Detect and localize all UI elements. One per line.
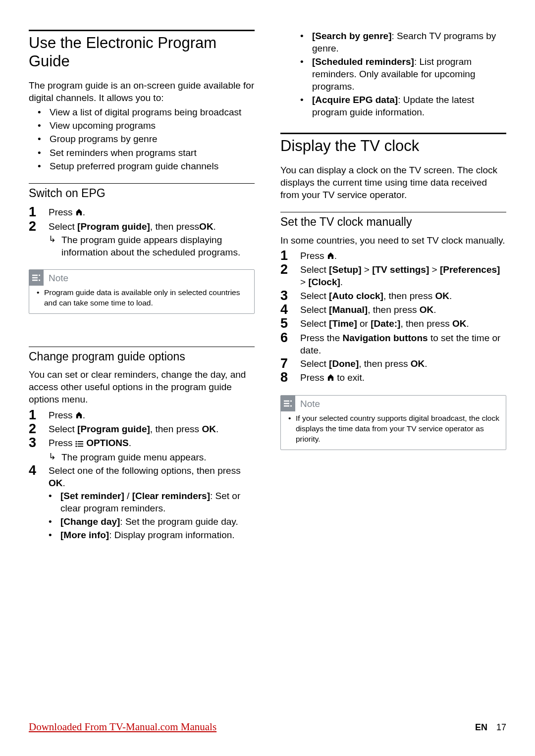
note-text: Program guide data is available only in … (44, 288, 248, 308)
option-item: [Acquire EPG data]: Update the latest pr… (312, 94, 506, 118)
svg-point-4 (75, 446, 77, 447)
page-number: EN17 (475, 722, 506, 733)
step-number: 5 (280, 316, 300, 330)
page-no: 17 (496, 722, 506, 732)
rule (280, 212, 506, 212)
home-icon (75, 206, 83, 219)
step: 1Press . (280, 249, 506, 262)
step: 4Select [Manual], then press OK. (280, 302, 506, 316)
heading-change-options: Change program guide options (29, 350, 255, 364)
result-arrow-icon: ↳ (49, 451, 61, 462)
note-body: Program guide data is available only in … (29, 286, 254, 313)
epg-capabilities: View a list of digital programs being br… (29, 106, 255, 172)
step-number: 1 (280, 249, 300, 262)
tv-clock-intro: You can display a clock on the TV screen… (280, 164, 506, 201)
step: 4 Select one of the following options, t… (29, 463, 255, 542)
note-header: Note (29, 270, 254, 286)
home-icon (327, 372, 334, 384)
options-list-continued: [Search by genre]: Search TV programs by… (280, 30, 506, 119)
step-body: Select [Setup] > [TV settings] > [Prefer… (300, 262, 506, 288)
options-list: [Set reminder] / [Clear reminders]: Set … (49, 490, 255, 541)
step-body: Select one of the following options, the… (49, 463, 255, 542)
step-number: 8 (280, 370, 300, 384)
step: 2 Select [Program guide], then press OK. (29, 422, 255, 436)
heading-set-clock: Set the TV clock manually (280, 215, 506, 229)
option-item: [Scheduled reminders]: List program remi… (312, 55, 506, 93)
home-icon (75, 409, 83, 422)
rule (29, 183, 255, 184)
step-body: Press the Navigation buttons to set the … (300, 331, 506, 356)
step-number: 3 (280, 289, 300, 302)
result-arrow-icon: ↳ (49, 234, 61, 245)
step-number: 2 (29, 422, 49, 436)
set-clock-steps: 1Press . 2Select [Setup] > [TV settings]… (280, 249, 506, 384)
heading-epg: Use the Electronic Program Guide (29, 34, 255, 70)
rule (29, 30, 255, 31)
epg-intro: The program guide is an on-screen guide … (29, 79, 255, 104)
note-body: If your selected country supports digita… (281, 411, 506, 450)
step-result: ↳ The program guide appears displaying i… (49, 234, 255, 258)
cap-item: Setup preferred program guide channels (50, 160, 255, 172)
step: 7Select [Done], then press OK. (280, 356, 506, 370)
cap-item: Group programs by genre (50, 133, 255, 145)
note-box: Note If your selected country supports d… (280, 395, 506, 450)
step-body: Press to exit. (300, 370, 506, 384)
change-options-steps: 1 Press . 2 Select [Program guide], then… (29, 408, 255, 542)
source-link[interactable]: Downloaded From TV-Manual.com Manuals (29, 721, 216, 733)
options-icon (75, 438, 84, 450)
step: 1 Press . (29, 205, 255, 219)
step-result: ↳ The program guide menu appears. (49, 451, 255, 463)
step-number: 4 (280, 302, 300, 316)
option-item: [Change day]: Set the program guide day. (60, 515, 255, 528)
step-number: 6 (280, 331, 300, 345)
step-number: 1 (29, 408, 49, 422)
heading-tv-clock: Display the TV clock (280, 137, 506, 155)
step-body: Select [Time] or [Date:], then press OK. (300, 316, 506, 330)
step-body: Select [Program guide], then press OK. (49, 422, 255, 435)
step: 3Select [Auto clock], then press OK. (280, 289, 506, 302)
cap-item: Set reminders when programs start (50, 147, 255, 159)
step: 2Select [Setup] > [TV settings] > [Prefe… (280, 262, 506, 288)
set-clock-intro: In some countries, you need to set TV cl… (280, 234, 506, 247)
option-item: [Search by genre]: Search TV programs by… (312, 30, 506, 54)
svg-rect-3 (78, 444, 83, 445)
step-number: 3 (29, 436, 49, 450)
cap-item: View upcoming programs (50, 119, 255, 132)
step: 6Press the Navigation buttons to set the… (280, 331, 506, 356)
note-label: Note (300, 399, 320, 409)
language-code: EN (475, 722, 487, 732)
svg-point-2 (75, 443, 77, 445)
step-number: 7 (280, 356, 300, 370)
step: 1 Press . (29, 408, 255, 422)
note-text: If your selected country supports digita… (296, 413, 500, 445)
page-footer: Downloaded From TV-Manual.com Manuals EN… (29, 721, 506, 733)
step-number: 2 (280, 262, 300, 276)
svg-rect-5 (78, 446, 83, 447)
step-number: 4 (29, 463, 49, 477)
left-column: Use the Electronic Program Guide The pro… (29, 30, 255, 542)
step-body: Select [Auto clock], then press OK. (300, 289, 506, 302)
note-header: Note (281, 396, 506, 411)
rule (280, 133, 506, 134)
step: 5Select [Time] or [Date:], then press OK… (280, 316, 506, 330)
cap-item: View a list of digital programs being br… (50, 106, 255, 118)
note-label: Note (49, 273, 68, 284)
svg-rect-1 (78, 441, 83, 442)
right-column: [Search by genre]: Search TV programs by… (280, 30, 506, 542)
step-body: Select [Manual], then press OK. (300, 302, 506, 316)
note-icon (29, 270, 44, 286)
step-body: Select [Program guide], then pressOK. ↳ … (49, 219, 255, 258)
step-body: Select [Done], then press OK. (300, 356, 506, 370)
option-item: [More info]: Display program information… (60, 529, 255, 541)
step: 3 Press OPTIONS. ↳ The program guide men… (29, 436, 255, 463)
step-number: 1 (29, 205, 49, 219)
step-body: Press . (49, 205, 255, 219)
change-options-intro: You can set or clear reminders, change t… (29, 368, 255, 405)
step-body: Press . (300, 249, 506, 262)
step: 2 Select [Program guide], then pressOK. … (29, 219, 255, 258)
home-icon (327, 250, 334, 262)
switch-on-epg-steps: 1 Press . 2 Select [Program guide], then… (29, 205, 255, 258)
step: 8Press to exit. (280, 370, 506, 384)
svg-point-0 (75, 441, 77, 442)
step-body: Press . (49, 408, 255, 422)
